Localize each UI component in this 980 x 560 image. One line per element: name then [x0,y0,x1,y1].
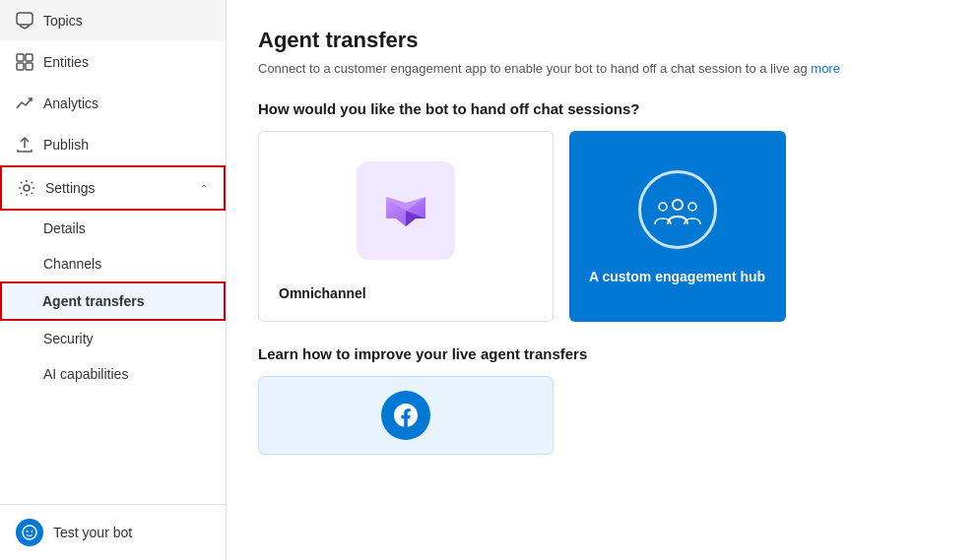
omnichannel-label: Omnichannel [279,285,366,301]
test-your-bot-button[interactable]: Test your bot [0,505,226,560]
sidebar-item-publish-label: Publish [43,137,210,153]
svg-point-7 [27,530,29,532]
learn-section-title: Learn how to improve your live agent tra… [258,345,948,362]
sidebar-item-agent-transfers[interactable]: Agent transfers [0,281,226,321]
hand-off-question: How would you like the bot to hand off c… [258,100,948,117]
sidebar-item-security-label: Security [43,331,94,346]
sidebar-item-publish[interactable]: Publish [0,124,226,165]
publish-icon [16,136,33,154]
hub-circle [638,170,717,249]
svg-rect-0 [17,13,33,25]
sidebar: Topics Entities Analytics [0,0,227,560]
sidebar-item-agent-transfers-label: Agent transfers [42,293,144,309]
sidebar-item-details-label: Details [43,220,86,236]
main-content: Agent transfers Connect to a customer en… [227,0,980,560]
analytics-icon [16,94,33,112]
sidebar-item-topics-label: Topics [43,13,210,29]
sidebar-item-ai-capabilities[interactable]: AI capabilities [0,356,226,392]
gear-icon [18,179,35,197]
custom-hub-card[interactable]: A custom engagement hub [569,131,786,322]
svg-rect-4 [26,63,33,70]
sidebar-item-channels[interactable]: Channels [0,246,226,281]
facebook-icon [381,391,430,440]
learn-card[interactable] [258,376,554,455]
custom-hub-icon-area [589,151,766,269]
sidebar-item-settings[interactable]: Settings ⌃ [0,165,226,211]
cards-row: Omnichannel [258,131,948,322]
svg-point-5 [24,185,30,191]
omnichannel-card[interactable]: Omnichannel [258,131,554,322]
sidebar-scroll: Topics Entities Analytics [0,0,226,504]
bot-icon [16,519,43,546]
omnichannel-icon-area [279,152,533,270]
svg-rect-1 [17,54,24,61]
sidebar-item-entities-label: Entities [43,54,210,70]
sidebar-item-channels-label: Channels [43,256,101,272]
sidebar-item-topics[interactable]: Topics [0,0,226,41]
sidebar-item-analytics-label: Analytics [43,95,210,111]
sidebar-item-entities[interactable]: Entities [0,41,226,83]
svg-point-11 [688,203,696,211]
svg-point-6 [23,526,36,539]
entities-icon [16,53,33,71]
sidebar-item-settings-label: Settings [45,180,190,196]
custom-hub-label: A custom engagement hub [589,269,765,284]
more-link[interactable]: more [811,61,840,76]
sidebar-item-details[interactable]: Details [0,211,226,246]
svg-rect-2 [26,54,33,61]
omnichannel-logo [357,161,455,260]
test-your-bot-label: Test your bot [53,525,132,540]
chevron-up-icon: ⌃ [200,183,208,194]
sidebar-bottom: Test your bot [0,504,226,560]
svg-point-10 [659,203,667,211]
svg-point-9 [673,200,683,210]
sidebar-item-security[interactable]: Security [0,321,226,356]
sidebar-item-ai-capabilities-label: AI capabilities [43,366,128,382]
topics-icon [16,12,33,30]
svg-point-8 [32,530,33,532]
sidebar-item-analytics[interactable]: Analytics [0,83,226,124]
page-title: Agent transfers [258,28,948,53]
page-subtitle: Connect to a customer engagement app to … [258,59,948,79]
svg-rect-3 [17,63,24,70]
